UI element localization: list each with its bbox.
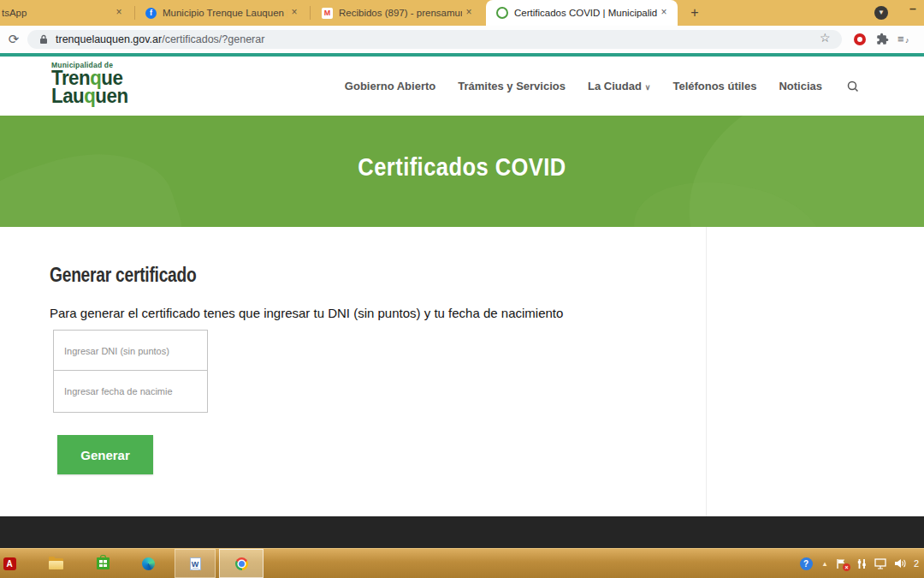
taskbar-microsoft-store-button[interactable] xyxy=(82,549,123,578)
url-domain: trenquelauquen.gov.ar xyxy=(56,33,162,45)
url-path: /certificados/?generar xyxy=(162,33,264,45)
nav-telefonos-utiles[interactable]: Teléfonos útiles xyxy=(672,80,756,92)
taskbar-word-button[interactable]: W xyxy=(175,549,216,578)
nav-la-ciudad[interactable]: La Ciudad∨ xyxy=(588,80,650,92)
site-header: Municipalidad de TrenqueLauquen Gobierno… xyxy=(0,57,924,116)
lock-icon xyxy=(39,34,48,45)
action-center-flag-icon[interactable]: × xyxy=(832,549,852,578)
taskbar-edge-button[interactable] xyxy=(127,549,169,578)
logo-q-leaf: q xyxy=(84,85,95,107)
tab-close-icon[interactable]: × xyxy=(462,6,476,20)
tab-gmail[interactable]: M Recibidos (897) - prensamunitl@ × xyxy=(313,0,483,26)
volume-icon[interactable] xyxy=(890,549,910,578)
red-extension-icon[interactable] xyxy=(854,33,866,45)
main-navigation: Gobierno Abierto Trámites y Servicios La… xyxy=(345,57,860,116)
chrome-icon xyxy=(235,557,248,570)
birthdate-input[interactable] xyxy=(53,370,208,413)
alert-badge: × xyxy=(843,563,850,571)
tab-title: Recibidos (897) - prensamunitl@ xyxy=(339,8,462,18)
nav-gobierno-abierto[interactable]: Gobierno Abierto xyxy=(345,80,435,92)
media-controls-icon[interactable]: ≡ ♪ xyxy=(897,32,913,47)
tab-close-icon[interactable]: × xyxy=(112,6,126,20)
gmail-icon: M xyxy=(322,8,333,19)
word-icon: W xyxy=(190,557,201,570)
reload-icon[interactable]: ⟳ xyxy=(5,28,22,51)
taskbar: A W ? ▴ × xyxy=(0,548,924,578)
show-hidden-icons-button[interactable]: ▴ xyxy=(818,549,832,578)
tab-facebook[interactable]: f Municipio Trenque Lauquen | Fa × xyxy=(137,0,308,26)
url-text: trenquelauquen.gov.ar/certificados/?gene… xyxy=(56,33,264,45)
page-title: Certificados COVID xyxy=(56,153,868,182)
edge-icon xyxy=(142,557,155,570)
taskbar-file-explorer-button[interactable] xyxy=(35,549,76,578)
tab-title: tsApp xyxy=(2,8,112,18)
generar-button[interactable]: Generar xyxy=(57,435,153,474)
content-sidebar-divider xyxy=(706,227,707,516)
taskbar-clock[interactable]: 2 xyxy=(914,549,924,578)
dni-input[interactable] xyxy=(53,330,208,372)
tab-title: Municipio Trenque Lauquen | Fa xyxy=(163,8,287,18)
browser-tab-strip: tsApp × f Municipio Trenque Lauquen | Fa… xyxy=(0,0,924,26)
site-favicon-icon xyxy=(496,7,508,19)
tab-close-icon[interactable]: × xyxy=(287,6,301,20)
media-note: ♪ xyxy=(905,36,909,45)
tab-search-icon[interactable]: ▼ xyxy=(874,6,888,20)
browser-toolbar: ⟳ trenquelauquen.gov.ar/certificados/?ge… xyxy=(0,26,924,53)
touch-input-icon[interactable] xyxy=(852,549,871,578)
taskbar-chrome-button[interactable] xyxy=(219,549,264,578)
tab-separator xyxy=(310,6,311,20)
minimize-button[interactable]: – xyxy=(903,2,922,22)
network-icon[interactable] xyxy=(871,549,890,578)
new-tab-button[interactable]: + xyxy=(684,3,705,23)
tab-separator xyxy=(134,6,135,20)
search-icon[interactable] xyxy=(846,80,860,93)
tab-close-icon[interactable]: × xyxy=(657,6,671,20)
file-explorer-icon xyxy=(49,558,63,569)
taskbar-adobe-reader-button[interactable]: A xyxy=(0,549,30,578)
address-bar[interactable]: trenquelauquen.gov.ar/certificados/?gene… xyxy=(27,30,842,49)
adobe-reader-icon: A xyxy=(3,557,16,570)
section-heading: Generar certificado xyxy=(50,263,197,287)
logo-wordmark: TrenqueLauquen xyxy=(51,69,128,105)
media-lines: ≡ xyxy=(897,33,904,45)
extensions-puzzle-icon[interactable] xyxy=(876,33,889,45)
site-logo[interactable]: Municipalidad de TrenqueLauquen xyxy=(51,61,130,105)
nav-noticias[interactable]: Noticias xyxy=(779,80,822,92)
nav-tramites-servicios[interactable]: Trámites y Servicios xyxy=(458,80,566,92)
facebook-icon: f xyxy=(145,8,157,19)
tray-help-icon[interactable]: ? xyxy=(796,549,816,578)
tab-certificados-active[interactable]: Certificados COVID | Municipalid × xyxy=(486,0,678,26)
chevron-down-icon: ∨ xyxy=(645,83,651,92)
bookmark-star-icon[interactable]: ☆ xyxy=(820,31,831,45)
page-banner: Certificados COVID xyxy=(0,116,924,227)
site-footer xyxy=(0,516,924,548)
form-instructions: Para generar el certificado tenes que in… xyxy=(50,306,563,320)
microsoft-store-icon xyxy=(97,557,110,569)
screen: tsApp × f Municipio Trenque Lauquen | Fa… xyxy=(0,0,924,578)
tab-whatsapp[interactable]: tsApp × xyxy=(0,0,133,26)
tab-title: Certificados COVID | Municipalid xyxy=(514,8,657,18)
main-content: Generar certificado Para generar el cert… xyxy=(0,227,924,516)
